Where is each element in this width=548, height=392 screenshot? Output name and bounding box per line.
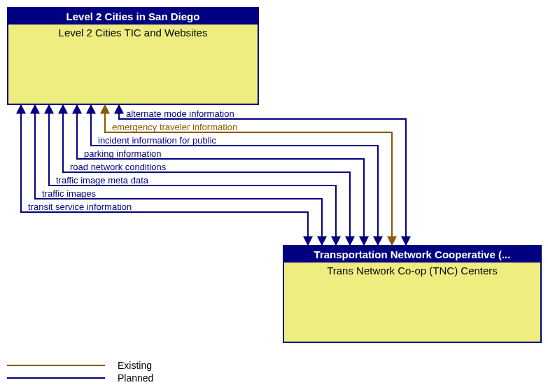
flow-label-parking-information: parking information — [84, 149, 162, 159]
flow-label-transit-service-information: transit service information — [28, 202, 132, 212]
legend: Existing Planned — [7, 358, 153, 384]
legend-text-planned: Planned — [118, 372, 153, 384]
legend-line-planned — [7, 377, 105, 379]
flow-label-alternate-mode-information: alternate mode information — [126, 109, 234, 119]
legend-line-existing — [7, 365, 105, 366]
node-level2-cities-header: Level 2 Cities in San Diego — [8, 8, 258, 24]
node-tnc-centers-label: Trans Network Co-op (TNC) Centers — [284, 262, 540, 279]
flow-label-traffic-image-meta-data: traffic image meta data — [56, 176, 148, 186]
node-tnc-centers[interactable]: Transportation Network Cooperative (... … — [283, 245, 542, 343]
flow-label-incident-information-for-public: incident information for public — [98, 136, 216, 146]
flow-label-traffic-images: traffic images — [42, 189, 96, 199]
node-level2-cities-label: Level 2 Cities TIC and Websites — [8, 24, 258, 41]
legend-row-planned: Planned — [7, 372, 153, 384]
flow-label-emergency-traveler-information: emergency traveler information — [112, 122, 237, 132]
node-level2-cities[interactable]: Level 2 Cities in San Diego Level 2 Citi… — [7, 7, 259, 105]
legend-text-existing: Existing — [118, 360, 152, 371]
flow-label-road-network-conditions: road network conditions — [70, 162, 166, 172]
node-tnc-centers-header: Transportation Network Cooperative (... — [284, 246, 540, 262]
legend-row-existing: Existing — [7, 360, 153, 371]
